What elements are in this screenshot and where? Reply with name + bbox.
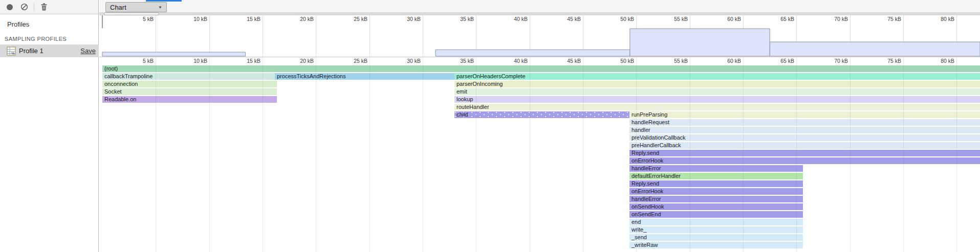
flame-bar[interactable]: onErrorHook <box>629 157 980 164</box>
flame-gridline <box>209 57 210 252</box>
flame-bar[interactable]: Readable.on <box>102 96 277 103</box>
flame-bar[interactable]: parserOnIncoming <box>454 81 980 87</box>
overview-tick-label: 55 kB <box>657 16 688 22</box>
flame-gridline <box>690 57 690 252</box>
overview-tick-label: 75 kB <box>870 16 901 22</box>
flame-gridline <box>369 57 370 252</box>
flame-bar[interactable]: handleError <box>629 165 803 172</box>
overview-tick-label: 60 kB <box>710 16 741 22</box>
svg-text:%: % <box>11 52 14 55</box>
flame-bar[interactable]: emit <box>454 88 980 95</box>
view-mode-value: Chart <box>110 4 158 11</box>
flame-gridline <box>903 57 904 252</box>
overview-tick-label: 20 kB <box>283 16 314 22</box>
overview-tick-label: 80 kB <box>924 16 954 22</box>
flame-gridline <box>583 57 583 252</box>
no-entry-icon <box>20 3 28 11</box>
record-button[interactable] <box>5 3 14 12</box>
overview-tick-label: 65 kB <box>764 16 794 22</box>
flame-bar[interactable]: child <box>454 111 629 118</box>
flame-bar[interactable]: preHandlerCallback <box>629 142 980 149</box>
flame-tick-label: 15 kB <box>230 58 260 64</box>
flame-bar[interactable]: runPreParsing <box>629 111 980 118</box>
flame-bar[interactable]: Reply.send <box>629 180 803 187</box>
flame-tick-label: 80 kB <box>924 58 954 64</box>
flame-bar[interactable]: _writeRaw <box>629 242 803 248</box>
flame-tick-label: 60 kB <box>710 58 741 64</box>
flame-bar[interactable]: handleRequest <box>629 119 980 126</box>
sidebar-item-profile-1[interactable]: % Profile 1 Save <box>0 44 99 57</box>
profiler-toolbar <box>0 0 99 14</box>
flame-bar[interactable]: onErrorHook <box>629 188 803 195</box>
flame-tick-label: 25 kB <box>337 58 367 64</box>
flame-tick-label: 20 kB <box>283 58 314 64</box>
flame-gridline <box>476 57 476 252</box>
profile-name: Profile 1 <box>19 47 80 55</box>
flame-bar[interactable]: preValidationCallback <box>629 134 980 141</box>
overview-tick-label: 40 kB <box>497 16 528 22</box>
flame-gridline <box>263 57 263 252</box>
clear-button[interactable] <box>19 3 29 12</box>
flame-gridline <box>156 57 156 252</box>
overview-tick-label: 15 kB <box>230 16 260 22</box>
flame-bar[interactable]: routeHandler <box>454 104 980 110</box>
flame-gridline <box>956 57 957 252</box>
flame-tick-label: 55 kB <box>657 58 688 64</box>
flame-bar[interactable]: end <box>629 219 803 225</box>
overview-tick-label: 45 kB <box>550 16 581 22</box>
flame-bar[interactable]: onconnection <box>102 81 277 87</box>
toolbar-separator <box>34 3 34 11</box>
view-mode-select[interactable]: Chart ▼ <box>105 2 167 12</box>
overview-area-segment <box>435 50 630 56</box>
flame-bar[interactable]: callbackTrampoline <box>102 73 275 80</box>
flame-bar[interactable]: lookup <box>454 96 980 103</box>
sampling-profiles-header: SAMPLING PROFILES <box>5 36 67 42</box>
flame-bar[interactable]: Reply.send <box>629 150 980 156</box>
delete-profile-button[interactable] <box>39 3 49 12</box>
flame-bar[interactable]: handleError <box>629 196 803 202</box>
chart-header <box>99 0 980 12</box>
flame-gridline <box>796 57 797 252</box>
save-profile-link[interactable]: Save <box>80 47 96 55</box>
record-icon <box>6 4 13 11</box>
flame-bar[interactable]: _send <box>629 234 803 241</box>
overview-tick-label: 30 kB <box>390 16 421 22</box>
flame-gridline <box>636 57 637 252</box>
trash-icon <box>40 3 48 11</box>
flame-tick-label: 5 kB <box>123 58 154 64</box>
flame-gridline <box>316 57 316 252</box>
flame-bar[interactable]: handler <box>629 127 980 133</box>
flame-tick-label: 40 kB <box>497 58 528 64</box>
flame-gridline <box>423 57 423 252</box>
flame-tick-label: 45 kB <box>550 58 581 64</box>
profiles-title: Profiles <box>7 20 29 28</box>
overview-tick-label: 70 kB <box>817 16 848 22</box>
flame-gridline <box>530 57 530 252</box>
flame-bar[interactable]: parserOnHeadersComplete <box>454 73 980 80</box>
active-tab-indicator <box>146 0 182 2</box>
flame-bar[interactable]: onSendEnd <box>629 211 803 218</box>
overview-tick-label: 25 kB <box>337 16 367 22</box>
overview-tick-label: 35 kB <box>443 16 474 22</box>
flame-tick-label: 10 kB <box>177 58 207 64</box>
profiles-sidebar: Profiles SAMPLING PROFILES % Profile 1 S… <box>0 14 99 252</box>
profile-document-icon: % <box>7 47 16 56</box>
flame-bar[interactable]: (root) <box>102 65 980 72</box>
flame-tick-label: 65 kB <box>764 58 794 64</box>
flame-bar[interactable]: defaultErrorHandler <box>629 173 803 179</box>
heap-profiler-window: Chart ▼ Profiles SAMPLING PROFILES % Pro… <box>0 0 980 252</box>
flame-bar[interactable]: onSendHook <box>629 203 803 210</box>
overview-tick-label: 50 kB <box>603 16 634 22</box>
overview-area-segment <box>102 52 246 56</box>
flame-tick-label: 70 kB <box>817 58 848 64</box>
flame-tick-label: 75 kB <box>870 58 901 64</box>
overview-tick-label: 10 kB <box>177 16 207 22</box>
flame-gridline <box>850 57 851 252</box>
overview-area-segment <box>630 29 770 56</box>
flame-bar[interactable]: Socket <box>102 88 277 95</box>
flame-bar[interactable]: processTicksAndRejections <box>275 73 454 80</box>
flame-bar[interactable]: write_ <box>629 226 803 233</box>
overview-tick-label: 5 kB <box>123 16 154 22</box>
flame-tick-label: 50 kB <box>603 58 634 64</box>
flame-tick-label: 30 kB <box>390 58 421 64</box>
